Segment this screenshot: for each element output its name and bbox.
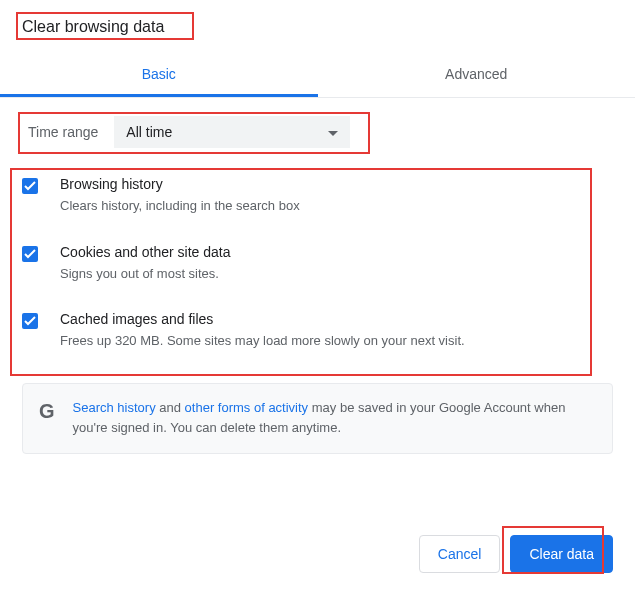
checkbox-cookies[interactable]	[22, 246, 38, 262]
google-icon: G	[39, 400, 55, 423]
option-subtitle: Frees up 320 MB. Some sites may load mor…	[60, 331, 465, 351]
search-history-link[interactable]: Search history	[73, 400, 156, 415]
notice-text-part: and	[156, 400, 185, 415]
option-row: Browsing history Clears history, includi…	[22, 162, 613, 230]
time-range-label: Time range	[28, 124, 98, 140]
tabs: Basic Advanced	[0, 54, 635, 98]
tab-basic[interactable]: Basic	[0, 54, 318, 97]
tab-advanced[interactable]: Advanced	[318, 54, 636, 97]
google-notice: G Search history and other forms of acti…	[22, 383, 613, 455]
checkbox-cache[interactable]	[22, 313, 38, 329]
dialog-title: Clear browsing data	[0, 0, 186, 46]
time-range-value: All time	[126, 124, 172, 140]
option-row: Cached images and files Frees up 320 MB.…	[22, 297, 613, 365]
checkbox-browsing-history[interactable]	[22, 178, 38, 194]
dialog-footer: Cancel Clear data	[419, 535, 613, 573]
cancel-button[interactable]: Cancel	[419, 535, 501, 573]
time-range-select[interactable]: All time	[114, 116, 350, 148]
option-title: Browsing history	[60, 176, 300, 192]
option-title: Cookies and other site data	[60, 244, 230, 260]
time-range-row: Time range All time	[0, 98, 635, 158]
clear-data-button[interactable]: Clear data	[510, 535, 613, 573]
chevron-down-icon	[328, 124, 338, 140]
option-row: Cookies and other site data Signs you ou…	[22, 230, 613, 298]
option-subtitle: Signs you out of most sites.	[60, 264, 230, 284]
options-list: Browsing history Clears history, includi…	[0, 158, 635, 365]
option-title: Cached images and files	[60, 311, 465, 327]
option-subtitle: Clears history, including in the search …	[60, 196, 300, 216]
other-activity-link[interactable]: other forms of activity	[185, 400, 309, 415]
notice-text: Search history and other forms of activi…	[73, 398, 596, 440]
